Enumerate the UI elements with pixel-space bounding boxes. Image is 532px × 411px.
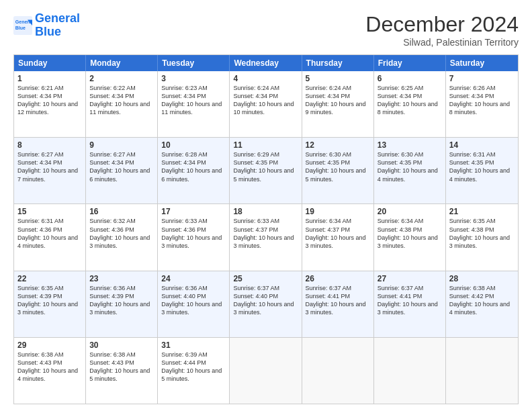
day-number: 21 [449,207,515,216]
calendar-cell [230,338,302,404]
cell-info: Sunrise: 6:29 AMSunset: 4:35 PMDaylight:… [233,150,298,183]
subtitle: Silwad, Palestinian Territory [365,37,519,48]
day-number: 7 [449,74,515,83]
calendar-cell: 30Sunrise: 6:38 AMSunset: 4:43 PMDayligh… [86,338,158,404]
header-day-saturday: Saturday [446,55,518,71]
day-number: 13 [378,140,442,150]
calendar-cell [446,338,518,404]
calendar-cell: 11Sunrise: 6:29 AMSunset: 4:35 PMDayligh… [230,138,302,203]
cell-info: Sunrise: 6:23 AMSunset: 4:34 PMDaylight:… [161,84,226,117]
cell-info: Sunrise: 6:31 AMSunset: 4:35 PMDaylight:… [449,150,515,183]
logo-line2: Blue [35,25,61,38]
calendar-cell: 28Sunrise: 6:38 AMSunset: 4:42 PMDayligh… [446,271,518,337]
calendar-cell: 9Sunrise: 6:27 AMSunset: 4:34 PMDaylight… [86,138,158,203]
day-number: 29 [17,340,82,350]
day-number: 6 [378,74,442,83]
cell-info: Sunrise: 6:27 AMSunset: 4:34 PMDaylight:… [89,150,154,183]
cell-info: Sunrise: 6:36 AMSunset: 4:39 PMDaylight:… [89,284,154,317]
calendar-cell: 8Sunrise: 6:27 AMSunset: 4:34 PMDaylight… [14,138,86,203]
cell-info: Sunrise: 6:36 AMSunset: 4:40 PMDaylight:… [161,284,226,317]
calendar-cell: 14Sunrise: 6:31 AMSunset: 4:35 PMDayligh… [446,138,518,203]
cell-info: Sunrise: 6:24 AMSunset: 4:34 PMDaylight:… [306,84,370,117]
header-day-friday: Friday [374,55,446,71]
calendar-cell: 18Sunrise: 6:33 AMSunset: 4:37 PMDayligh… [230,204,302,270]
header-day-sunday: Sunday [14,55,86,71]
main-title: December 2024 [365,12,519,37]
day-number: 3 [161,74,226,83]
title-block: December 2024 Silwad, Palestinian Territ… [365,12,519,48]
day-number: 4 [233,74,298,83]
header-day-tuesday: Tuesday [158,55,230,71]
day-number: 11 [233,140,298,150]
calendar-cell: 2Sunrise: 6:22 AMSunset: 4:34 PMDaylight… [86,71,158,137]
cell-info: Sunrise: 6:32 AMSunset: 4:36 PMDaylight:… [89,217,154,250]
calendar-cell: 13Sunrise: 6:30 AMSunset: 4:35 PMDayligh… [374,138,446,203]
calendar-cell: 12Sunrise: 6:30 AMSunset: 4:35 PMDayligh… [302,138,374,203]
calendar-week-4: 22Sunrise: 6:35 AMSunset: 4:39 PMDayligh… [14,271,518,337]
calendar-week-1: 1Sunrise: 6:21 AMSunset: 4:34 PMDaylight… [14,71,518,137]
calendar-cell: 20Sunrise: 6:34 AMSunset: 4:38 PMDayligh… [374,204,446,270]
calendar-cell: 1Sunrise: 6:21 AMSunset: 4:34 PMDaylight… [14,71,86,137]
header-day-wednesday: Wednesday [230,55,302,71]
cell-info: Sunrise: 6:33 AMSunset: 4:37 PMDaylight:… [233,217,298,250]
logo-line1: General [35,11,80,25]
logo-icon: General Blue [13,16,32,35]
day-number: 22 [17,274,82,283]
day-number: 1 [17,74,82,83]
calendar-cell: 25Sunrise: 6:37 AMSunset: 4:40 PMDayligh… [230,271,302,337]
calendar-cell: 4Sunrise: 6:24 AMSunset: 4:34 PMDaylight… [230,71,302,137]
day-number: 25 [233,274,298,283]
calendar: SundayMondayTuesdayWednesdayThursdayFrid… [13,54,519,404]
calendar-cell: 16Sunrise: 6:32 AMSunset: 4:36 PMDayligh… [86,204,158,270]
calendar-cell: 22Sunrise: 6:35 AMSunset: 4:39 PMDayligh… [14,271,86,337]
day-number: 15 [17,207,82,216]
header: General Blue General Blue December 2024 … [13,12,519,48]
cell-info: Sunrise: 6:22 AMSunset: 4:34 PMDaylight:… [89,84,154,117]
page: General Blue General Blue December 2024 … [0,0,532,411]
cell-info: Sunrise: 6:38 AMSunset: 4:43 PMDaylight:… [17,351,82,383]
day-number: 31 [161,340,226,350]
cell-info: Sunrise: 6:34 AMSunset: 4:37 PMDaylight:… [306,217,370,250]
cell-info: Sunrise: 6:35 AMSunset: 4:39 PMDaylight:… [17,284,82,317]
calendar-week-3: 15Sunrise: 6:31 AMSunset: 4:36 PMDayligh… [14,203,518,270]
calendar-cell: 10Sunrise: 6:28 AMSunset: 4:34 PMDayligh… [158,138,230,203]
day-number: 19 [306,207,370,216]
calendar-cell: 5Sunrise: 6:24 AMSunset: 4:34 PMDaylight… [302,71,374,137]
cell-info: Sunrise: 6:31 AMSunset: 4:36 PMDaylight:… [17,217,82,250]
cell-info: Sunrise: 6:24 AMSunset: 4:34 PMDaylight:… [233,84,298,117]
cell-info: Sunrise: 6:35 AMSunset: 4:38 PMDaylight:… [449,217,515,250]
cell-info: Sunrise: 6:33 AMSunset: 4:36 PMDaylight:… [161,217,226,250]
day-number: 5 [306,74,370,83]
logo-text: General Blue [35,12,80,39]
cell-info: Sunrise: 6:37 AMSunset: 4:41 PMDaylight:… [306,284,370,317]
day-number: 26 [306,274,370,283]
cell-info: Sunrise: 6:37 AMSunset: 4:41 PMDaylight:… [378,284,442,317]
calendar-cell: 7Sunrise: 6:26 AMSunset: 4:34 PMDaylight… [446,71,518,137]
cell-info: Sunrise: 6:30 AMSunset: 4:35 PMDaylight:… [378,150,442,183]
cell-info: Sunrise: 6:30 AMSunset: 4:35 PMDaylight:… [306,150,370,183]
calendar-cell: 19Sunrise: 6:34 AMSunset: 4:37 PMDayligh… [302,204,374,270]
cell-info: Sunrise: 6:28 AMSunset: 4:34 PMDaylight:… [161,150,226,183]
day-number: 9 [89,140,154,150]
day-number: 18 [233,207,298,216]
cell-info: Sunrise: 6:34 AMSunset: 4:38 PMDaylight:… [378,217,442,250]
day-number: 30 [89,340,154,350]
cell-info: Sunrise: 6:26 AMSunset: 4:34 PMDaylight:… [449,84,515,117]
day-number: 27 [378,274,442,283]
calendar-week-5: 29Sunrise: 6:38 AMSunset: 4:43 PMDayligh… [14,337,518,404]
day-number: 16 [89,207,154,216]
calendar-cell: 6Sunrise: 6:25 AMSunset: 4:34 PMDaylight… [374,71,446,137]
calendar-cell [374,338,446,404]
cell-info: Sunrise: 6:38 AMSunset: 4:43 PMDaylight:… [89,351,154,383]
calendar-body: 1Sunrise: 6:21 AMSunset: 4:34 PMDaylight… [14,71,518,404]
calendar-cell: 3Sunrise: 6:23 AMSunset: 4:34 PMDaylight… [158,71,230,137]
calendar-week-2: 8Sunrise: 6:27 AMSunset: 4:34 PMDaylight… [14,137,518,203]
calendar-cell: 24Sunrise: 6:36 AMSunset: 4:40 PMDayligh… [158,271,230,337]
calendar-cell: 27Sunrise: 6:37 AMSunset: 4:41 PMDayligh… [374,271,446,337]
calendar-cell: 17Sunrise: 6:33 AMSunset: 4:36 PMDayligh… [158,204,230,270]
calendar-cell: 21Sunrise: 6:35 AMSunset: 4:38 PMDayligh… [446,204,518,270]
cell-info: Sunrise: 6:21 AMSunset: 4:34 PMDaylight:… [17,84,82,117]
cell-info: Sunrise: 6:27 AMSunset: 4:34 PMDaylight:… [17,150,82,183]
day-number: 2 [89,74,154,83]
cell-info: Sunrise: 6:38 AMSunset: 4:42 PMDaylight:… [449,284,515,317]
